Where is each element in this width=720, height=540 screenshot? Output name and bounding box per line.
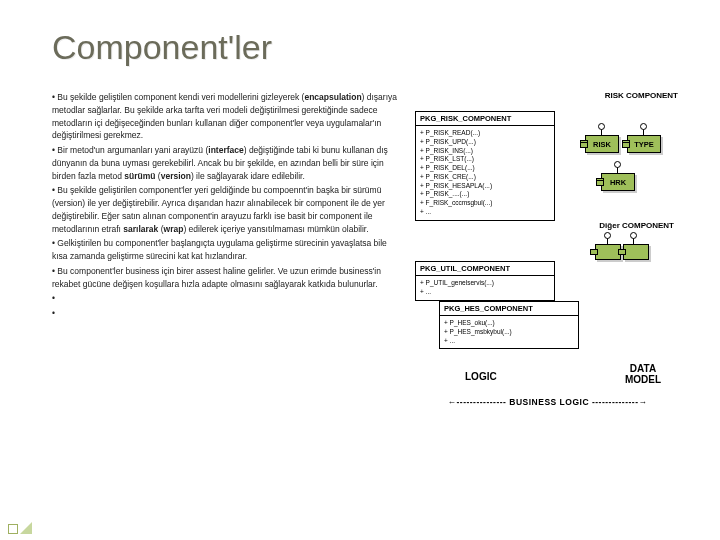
lollipop [640, 123, 647, 130]
data-model-label: DATA MODEL [613, 363, 673, 385]
arrow-right-icon: → [639, 397, 648, 407]
lollipop [614, 161, 621, 168]
lollipop [604, 232, 611, 239]
comp-type: TYPE [627, 135, 661, 153]
pkg-hes-body: + P_HES_oku(...) + P_HES_msbkybul(...) +… [440, 316, 578, 348]
bullet: • Bir metod'un argumanları yani arayüzü … [52, 144, 399, 182]
bullet: • [52, 292, 399, 305]
bullet: • Gelkiştirilen bu component'ler başlang… [52, 237, 399, 263]
pkg-util-body: + P_UTIL_genelservis(...) + ... [416, 276, 554, 300]
content-row: • Bu şekilde geliştilen component kendi … [52, 91, 680, 520]
pkg-risk-box: PKG_RISK_COMPONENT + P_RISK_READ(...) + … [415, 111, 555, 221]
comp-hrk: HRK [601, 173, 635, 191]
logic-label: LOGIC [465, 371, 497, 382]
diger-component-label: Diğer COMPONENT [599, 221, 674, 230]
pkg-util-head: PKG_UTIL_COMPONENT [416, 262, 554, 276]
diagram-area: RISK COMPONENT PKG_RISK_COMPONENT + P_RI… [415, 91, 680, 520]
pkg-risk-body: + P_RISK_READ(...) + P_RISK_UPD(...) + P… [416, 126, 554, 220]
pkg-risk-head: PKG_RISK_COMPONENT [416, 112, 554, 126]
bullet-text: • Bu şekilde geliştilen component kendi … [52, 91, 403, 520]
pkg-util-box: PKG_UTIL_COMPONENT + P_UTIL_genelservis(… [415, 261, 555, 301]
lollipop [630, 232, 637, 239]
slide: Component'ler • Bu şekilde geliştilen co… [0, 0, 720, 540]
risk-component-label: RISK COMPONENT [605, 91, 678, 100]
business-logic-arrow: ←--------------- BUSINESS LOGIC --------… [415, 397, 680, 407]
comp-risk: RISK [585, 135, 619, 153]
slide-corner-decoration [8, 522, 32, 534]
bullet: • Bu şekilde geliştilen component kendi … [52, 91, 399, 142]
pkg-hes-box: PKG_HES_COMPONENT + P_HES_oku(...) + P_H… [439, 301, 579, 349]
comp-diger-2 [623, 244, 649, 260]
bullet: • Bu şekilde geliştirilen component'ler … [52, 184, 399, 235]
bullet: • [52, 307, 399, 320]
pkg-hes-head: PKG_HES_COMPONENT [440, 302, 578, 316]
slide-title: Component'ler [52, 28, 680, 67]
arrow-left-icon: ← [447, 397, 456, 407]
bullet: • Bu component'ler business için birer a… [52, 265, 399, 291]
lollipop [598, 123, 605, 130]
